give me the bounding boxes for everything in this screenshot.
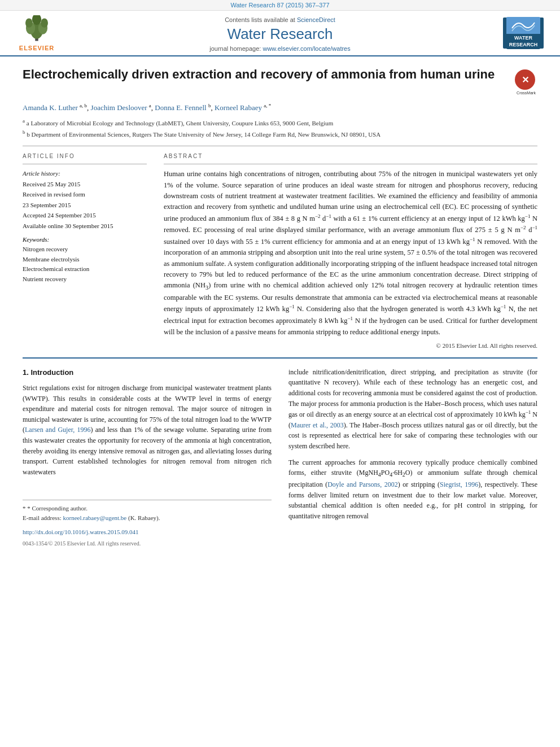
journal-logo-box: WATERRESEARCH (503, 18, 544, 49)
author-fennell[interactable]: Donna E. Fennell (155, 103, 206, 112)
authors: Amanda K. Luther a, b, Joachim Desloover… (23, 102, 537, 114)
doi-section: http://dx.doi.org/10.1016/j.watres.2015.… (23, 527, 272, 538)
article-title-section: Electrochemically driven extraction and … (23, 67, 537, 95)
body-col-right: include nitrification/denitrification, d… (288, 367, 537, 548)
footnote-divider (23, 500, 272, 500)
water-graphic-icon (509, 17, 537, 34)
received-revised-text: Received in revised form (23, 191, 85, 198)
contents-line: Contents lists available at ScienceDirec… (225, 16, 335, 23)
available-online: Available online 30 September 2015 (23, 221, 147, 231)
affil-a-marker: a (23, 118, 25, 124)
received-date: Received 25 May 2015 (23, 180, 147, 189)
journal-logo-water-text: WATERRESEARCH (508, 35, 539, 48)
ref-siegrist[interactable]: Siegrist, 1996 (440, 480, 478, 488)
corresponding-label: * Corresponding author. (27, 505, 88, 512)
abstract-text: Human urine contains high concentrations… (164, 169, 537, 338)
affiliation-a: a a Laboratory of Microbial Ecology and … (23, 117, 537, 128)
homepage-link[interactable]: www.elsevier.com/locate/watres (262, 45, 350, 52)
author-luther[interactable]: Amanda K. Luther (23, 103, 78, 112)
issn-line: 0043-1354/© 2015 Elsevier Ltd. All right… (23, 539, 272, 548)
journal-header-center: Contents lists available at ScienceDirec… (62, 14, 498, 55)
main-content: Electrochemically driven extraction and … (0, 56, 560, 559)
corresponding-author-note: * * Corresponding author. (23, 504, 272, 513)
article-info-col: ARTICLE INFO Article history: Received 2… (23, 153, 147, 349)
left-col-footer: * * Corresponding author. E-mail address… (23, 500, 272, 548)
journal-name-header: Water Research (228, 25, 333, 43)
sciencedirect-link[interactable]: ScienceDirect (297, 16, 335, 23)
history-label: Article history: (23, 169, 147, 178)
section-divider-1 (23, 146, 537, 146)
email-name: (K. Rabaey). (128, 514, 160, 521)
keyword-2: Membrane electrolysis (23, 255, 147, 265)
body-columns: 1. Introduction Strict regulations exist… (23, 367, 537, 548)
right-para2: The current approaches for ammonia recov… (288, 457, 537, 522)
doi-link[interactable]: http://dx.doi.org/10.1016/j.watres.2015.… (23, 528, 138, 535)
affil-a-text: a Laboratory of Microbial Ecology and Te… (27, 120, 334, 126)
author-desloover[interactable]: Joachim Desloover (91, 103, 147, 112)
ref-doyle[interactable]: Doyle and Parsons, 2002 (327, 480, 398, 488)
keyword-4: Nutrient recovery (23, 274, 147, 285)
keyword-1: Nitrogen recovery (23, 244, 147, 255)
journal-logo-area: WATERRESEARCH (498, 14, 549, 55)
corresponding-star: * (23, 505, 27, 512)
intro-para1: Strict regulations exist for nitrogen di… (23, 383, 272, 477)
author-rabaey[interactable]: Korneel Rabaey (215, 103, 262, 112)
elsevier-logo: ELSEVIER (19, 15, 54, 51)
email-label-text: E-mail address: (23, 514, 62, 521)
info-divider (23, 164, 147, 164)
elsevier-tree-icon (20, 15, 54, 43)
intro-title: Introduction (30, 368, 73, 377)
keywords-label: Keywords: (23, 236, 147, 243)
crossmark-icon: ✕ (515, 69, 535, 90)
copyright-line: © 2015 Elsevier Ltd. All rights reserved… (164, 342, 537, 349)
accepted-date: Accepted 24 September 2015 (23, 211, 147, 220)
ref-maurer[interactable]: Maurer et al., 2003 (291, 421, 344, 429)
homepage-label: journal homepage: (209, 45, 261, 52)
affil-marker-a2: a, * (264, 103, 271, 108)
body-col-left: 1. Introduction Strict regulations exist… (23, 367, 272, 548)
affil-marker-b: b (208, 103, 211, 108)
journal-header: ELSEVIER Contents lists available at Sci… (0, 11, 560, 56)
affil-b-text: b Department of Environmental Sciences, … (27, 131, 380, 138)
info-columns: ARTICLE INFO Article history: Received 2… (23, 153, 537, 349)
abstract-col: ABSTRACT Human urine contains high conce… (164, 153, 537, 349)
affil-marker-ab: a, b (80, 103, 87, 108)
received-revised-label: Received in revised form (23, 190, 147, 199)
intro-num: 1. (23, 368, 29, 377)
svg-point-5 (41, 18, 48, 27)
affil-b-marker: b (23, 129, 25, 135)
elsevier-text: ELSEVIER (19, 45, 54, 51)
intro-heading: 1. Introduction (23, 367, 272, 378)
abstract-label: ABSTRACT (164, 153, 537, 159)
crossmark-badge: ✕ CrossMark (515, 69, 537, 95)
article-title: Electrochemically driven extraction and … (23, 67, 506, 83)
svg-point-4 (25, 18, 33, 27)
body-divider (23, 357, 537, 359)
keyword-3: Electrochemical extraction (23, 264, 147, 274)
received-revised-date: 23 September 2015 (23, 200, 147, 210)
ref-larsen[interactable]: Larsen and Gujer, 1996 (25, 426, 90, 434)
citation-bar: Water Research 87 (2015) 367–377 (0, 0, 560, 11)
email-note: E-mail address: korneel.rabaey@ugent.be … (23, 513, 272, 523)
page: Water Research 87 (2015) 367–377 ELSEVIE… (0, 0, 560, 747)
history-label-text: Article history: (23, 170, 60, 177)
affiliation-b: b b Department of Environmental Sciences… (23, 129, 537, 139)
contents-text: Contents lists available at (225, 16, 295, 23)
journal-homepage: journal homepage: www.elsevier.com/locat… (209, 45, 350, 52)
citation-text: Water Research 87 (2015) 367–377 (230, 2, 329, 8)
article-info-label: ARTICLE INFO (23, 153, 147, 159)
email-link[interactable]: korneel.rabaey@ugent.be (63, 514, 126, 521)
right-para1: include nitrification/denitrification, d… (288, 367, 537, 452)
abstract-divider (164, 164, 537, 164)
elsevier-logo-area: ELSEVIER (11, 14, 62, 55)
affil-marker-a1: a (149, 103, 151, 108)
